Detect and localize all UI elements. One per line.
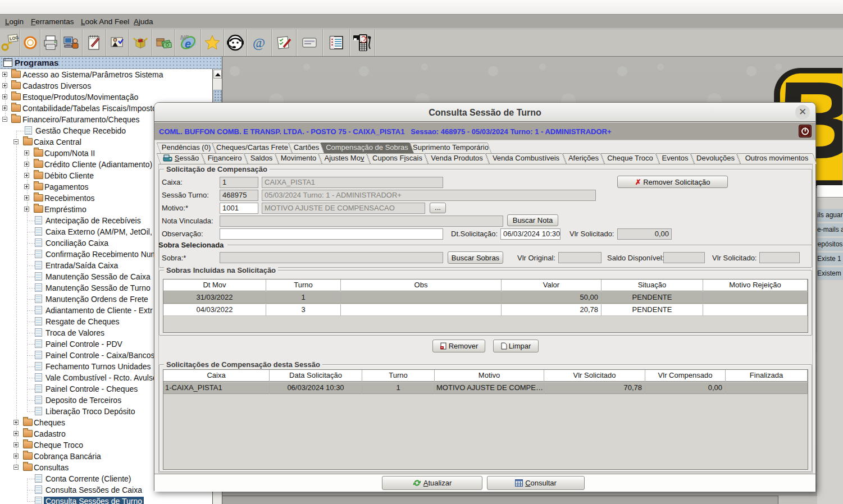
svg-text:@: @ bbox=[253, 35, 265, 50]
svg-text:e: e bbox=[185, 38, 191, 50]
